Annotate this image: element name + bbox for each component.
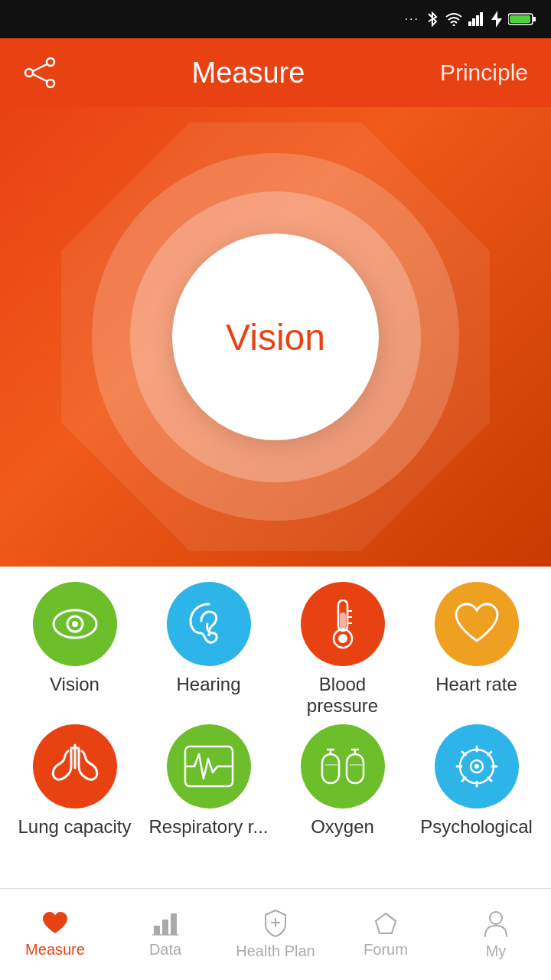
bottom-nav: Measure Data Health Plan Forum <box>0 888 551 980</box>
svg-line-43 <box>487 778 491 781</box>
ear-icon <box>186 599 232 648</box>
mid-ring: Vision <box>130 191 421 482</box>
svg-rect-28 <box>322 754 339 783</box>
svg-point-21 <box>338 634 347 643</box>
svg-rect-29 <box>347 754 364 783</box>
forum-nav-icon <box>373 910 399 936</box>
eye-icon <box>51 599 99 648</box>
svg-rect-49 <box>171 913 177 935</box>
svg-line-45 <box>462 778 465 781</box>
svg-line-12 <box>33 64 47 71</box>
svg-rect-47 <box>154 926 160 935</box>
data-nav-label: Data <box>149 941 181 959</box>
respiratory-label: Respiratory r... <box>148 816 268 838</box>
blood-pressure-icon-circle <box>301 582 385 666</box>
grid-row-2: Lung capacity Respiratory r... <box>8 724 543 838</box>
nav-item-data[interactable]: Data <box>112 910 219 959</box>
respiratory-icon-circle <box>167 724 251 808</box>
grid-item-oxygen[interactable]: Oxygen <box>282 724 404 838</box>
svg-rect-7 <box>533 17 536 21</box>
hero-section[interactable]: Vision <box>0 107 551 567</box>
lung-capacity-icon-circle <box>33 724 117 808</box>
svg-line-44 <box>487 752 491 755</box>
heart-rate-icon-circle <box>435 582 519 666</box>
oxygen-icon-circle <box>301 724 385 808</box>
measure-grid: Vision Hearing <box>0 567 551 861</box>
nav-item-forum[interactable]: Forum <box>332 910 439 959</box>
svg-marker-5 <box>491 11 502 28</box>
forum-nav-label: Forum <box>364 941 408 959</box>
thermometer-icon <box>324 597 362 651</box>
data-nav-icon <box>151 910 180 936</box>
status-bar: ··· <box>0 0 551 38</box>
svg-point-11 <box>47 80 54 87</box>
svg-rect-3 <box>476 15 479 26</box>
svg-line-13 <box>33 74 47 81</box>
vision-icon-circle <box>33 582 117 666</box>
svg-point-0 <box>453 24 455 27</box>
heart-rate-label: Heart rate <box>435 674 517 695</box>
psychological-label: Psychological <box>420 816 533 838</box>
nav-item-measure[interactable]: Measure <box>2 910 109 959</box>
oxygen-icon <box>316 743 370 789</box>
page-title: Measure <box>192 57 305 90</box>
svg-rect-48 <box>162 920 168 935</box>
wifi-icon <box>445 12 462 26</box>
bluetooth-icon <box>425 11 439 28</box>
svg-rect-19 <box>340 612 346 629</box>
hearing-icon-circle <box>167 582 251 666</box>
measure-nav-icon <box>41 910 70 936</box>
svg-point-55 <box>490 912 502 924</box>
signal-icon <box>468 12 485 26</box>
psych-icon <box>452 741 502 792</box>
my-nav-label: My <box>486 942 507 960</box>
lung-capacity-label: Lung capacity <box>18 816 131 838</box>
svg-line-42 <box>462 752 465 755</box>
charging-icon <box>491 11 502 28</box>
svg-point-9 <box>25 69 33 77</box>
header: Measure Principle <box>0 38 551 107</box>
inner-circle[interactable]: Vision <box>172 234 379 440</box>
svg-point-46 <box>474 764 479 769</box>
grid-item-heart-rate[interactable]: Heart rate <box>416 582 538 717</box>
health-plan-nav-icon <box>262 909 289 938</box>
health-plan-nav-label: Health Plan <box>236 942 315 960</box>
svg-rect-8 <box>510 15 530 23</box>
grid-item-psychological[interactable]: Psychological <box>416 724 538 838</box>
grid-item-respiratory[interactable]: Respiratory r... <box>148 724 270 838</box>
svg-rect-4 <box>480 12 483 26</box>
grid-row-1: Vision Hearing <box>8 582 543 717</box>
svg-line-54 <box>386 913 396 921</box>
status-icons: ··· <box>405 11 536 28</box>
svg-marker-53 <box>376 913 396 933</box>
blood-pressure-label: Blood pressure <box>282 674 404 717</box>
heart-icon <box>452 601 502 647</box>
psychological-icon-circle <box>435 724 519 808</box>
grid-item-blood-pressure[interactable]: Blood pressure <box>282 582 404 717</box>
svg-rect-2 <box>472 18 475 26</box>
svg-point-16 <box>72 621 78 627</box>
outer-ring: Vision <box>92 153 459 521</box>
oxygen-label: Oxygen <box>311 816 374 838</box>
nav-item-my[interactable]: My <box>442 909 549 960</box>
measure-nav-label: Measure <box>25 941 85 959</box>
battery-icon <box>508 12 536 26</box>
nav-item-health-plan[interactable]: Health Plan <box>222 909 329 960</box>
svg-point-10 <box>47 58 54 66</box>
lungs-icon <box>48 742 102 791</box>
vision-label: Vision <box>50 674 99 695</box>
ecg-icon <box>182 743 236 789</box>
grid-item-hearing[interactable]: Hearing <box>148 582 270 717</box>
svg-rect-1 <box>468 21 471 26</box>
svg-point-17 <box>207 633 210 636</box>
hearing-label: Hearing <box>176 674 240 695</box>
network-icon[interactable] <box>23 56 57 90</box>
center-label: Vision <box>226 316 325 358</box>
my-nav-icon <box>483 909 509 938</box>
grid-item-vision[interactable]: Vision <box>14 582 136 717</box>
grid-item-lung-capacity[interactable]: Lung capacity <box>14 724 136 838</box>
principle-button[interactable]: Principle <box>440 60 528 86</box>
